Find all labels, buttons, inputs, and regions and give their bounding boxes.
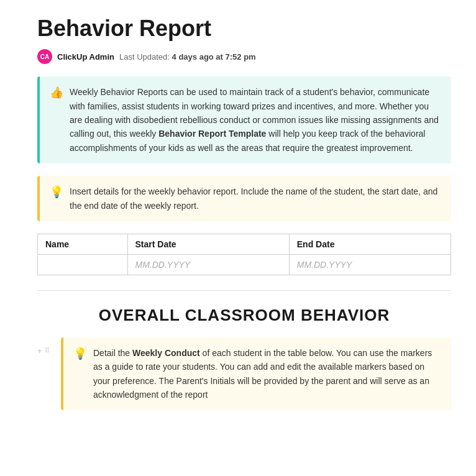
last-updated: Last Updated: 4 days ago at 7:52 pm	[119, 52, 256, 62]
callout-yellow-block-1: 💡 Insert details for the weekly behavior…	[37, 176, 451, 221]
table-header-start-date: Start Date	[127, 234, 289, 254]
table-header-end-date: End Date	[289, 234, 451, 254]
author-name: ClickUp Admin	[57, 52, 114, 62]
callout-yellow-text-1: Insert details for the weekly behavior r…	[70, 185, 441, 213]
callout-green-block: 👍 Weekly Behavior Reports can be used to…	[37, 76, 451, 163]
overall-behavior-section: OVERALL CLASSROOM BEHAVIOR + ⠿ 💡 Detail …	[37, 306, 451, 423]
table-cell-start-date[interactable]: MM.DD.YYYY	[127, 254, 289, 275]
callout-yellow-block-2: 💡 Detail the Weekly Conduct of each stud…	[61, 337, 451, 411]
thumbs-up-icon: 👍	[50, 86, 63, 99]
callout-green-text: Weekly Behavior Reports can be used to m…	[70, 85, 441, 155]
add-block-icon[interactable]: +	[37, 346, 42, 355]
table-header-row: Name Start Date End Date	[38, 234, 451, 254]
drag-handle-icon[interactable]: ⠿	[45, 347, 50, 355]
page-title: Behavior Report	[37, 15, 451, 42]
author-row: CA ClickUp Admin Last Updated: 4 days ag…	[37, 49, 451, 64]
table-row[interactable]: MM.DD.YYYY MM.DD.YYYY	[38, 254, 451, 275]
lightbulb-icon-2: 💡	[73, 347, 87, 360]
lightbulb-icon-1: 💡	[50, 185, 63, 199]
callout-yellow-text-2: Detail the Weekly Conduct of each studen…	[93, 346, 441, 402]
avatar: CA	[37, 49, 52, 64]
table-header-name: Name	[38, 234, 128, 254]
behavior-report-table: Name Start Date End Date MM.DD.YYYY MM.D…	[37, 234, 451, 275]
table-cell-name[interactable]	[38, 254, 128, 275]
section-divider	[37, 290, 451, 291]
section-overall-title: OVERALL CLASSROOM BEHAVIOR	[37, 306, 451, 325]
table-cell-end-date[interactable]: MM.DD.YYYY	[289, 254, 451, 275]
